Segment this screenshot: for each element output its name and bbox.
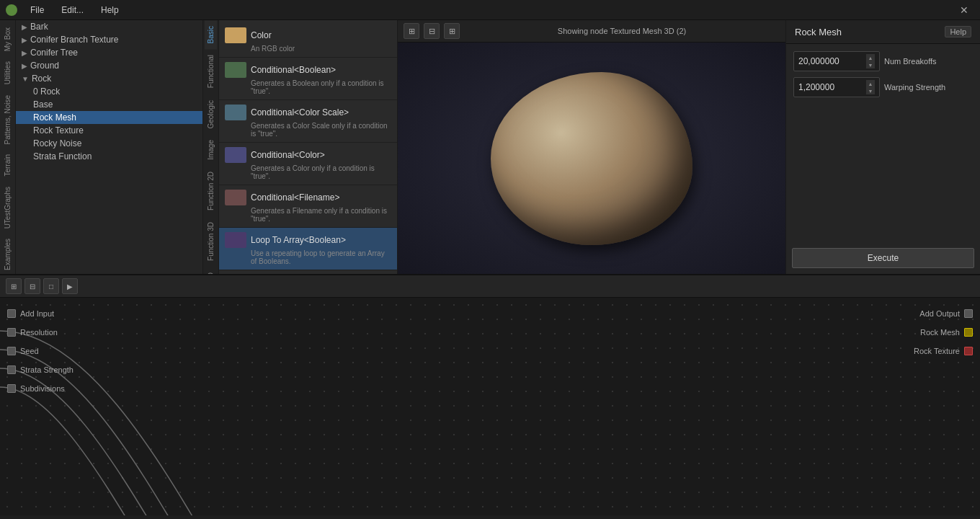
vp-btn-grid2[interactable]: ⊟ [424, 23, 440, 39]
tree-label-rock: Rock [32, 74, 51, 84]
node-lib-title-cond-bool: Conditional<Boolean> [251, 65, 336, 75]
node-lib-title-cond-colorscale: Conditional<Color Scale> [251, 107, 349, 117]
rock-3d-preview [491, 72, 692, 245]
output-rock-mesh[interactable]: Rock Mesh [920, 328, 973, 337]
input-add-input[interactable]: Add Input [7, 309, 54, 318]
execute-button[interactable]: Execute [792, 248, 974, 268]
input-connector-add [7, 309, 16, 318]
ne-tool-box[interactable]: □ [43, 278, 59, 294]
app-icon [6, 4, 17, 16]
node-lib-swatch-loop-array-bool [225, 232, 246, 248]
node-lib-item-cond-bool[interactable]: Conditional<Boolean> Generates a Boolean… [219, 58, 397, 100]
props-body: 20,000000 ▲ ▼ Num Breakoffs 1,200000 ▲ ▼ [786, 44, 980, 242]
node-lib-swatch-cond-color [225, 147, 246, 163]
tree-item-rock-mesh[interactable]: Rock Mesh [16, 111, 202, 124]
tree-item-rock-texture[interactable]: Rock Texture [16, 124, 202, 137]
node-lib-desc-cond-color: Generates a Color only if a condition is… [225, 164, 391, 180]
prop-spin-down-num-breakoffs[interactable]: ▼ [866, 61, 875, 68]
tree-label-rock-texture: Rock Texture [33, 125, 84, 136]
input-label-subdivisions: Subdivisions [20, 384, 65, 393]
sidebar-tab-utestgraphs[interactable]: UTestGraphs [2, 182, 13, 233]
tree-arrow-conifer-tree: ▶ [22, 49, 27, 57]
sidebar-tab-mybox[interactable]: My Box [2, 23, 13, 56]
prop-spin-down-warping-strength[interactable]: ▼ [866, 87, 875, 94]
props-help-button[interactable]: Help [945, 26, 971, 37]
prop-label-num-breakoffs: Num Breakoffs [884, 57, 937, 66]
tree-item-rock[interactable]: ▼ Rock [16, 72, 202, 85]
prop-input-warping-strength[interactable]: 1,200000 ▲ ▼ [793, 77, 880, 97]
sidebar-tab-patterns[interactable]: Patterns, Noise [2, 91, 13, 148]
close-button[interactable]: ✕ [954, 0, 974, 20]
node-lib-item-cond-color[interactable]: Conditional<Color> Generates a Color onl… [219, 143, 397, 185]
sidebar-tab-terrain[interactable]: Terrain [2, 150, 13, 181]
prop-input-num-breakoffs[interactable]: 20,000000 ▲ ▼ [793, 51, 880, 71]
tree-item-ground[interactable]: ▶ Ground [16, 59, 202, 72]
node-lib-title-loop-array-bool: Loop To Array<Boolean> [251, 235, 346, 245]
tree-arrow-bark: ▶ [22, 23, 27, 31]
vlib-tab-basic[interactable]: Basic [205, 20, 217, 49]
node-lib-title-color: Color [251, 30, 272, 40]
viewport: ⊞ ⊟ ⊞ Showing node Textured Mesh 3D (2) [398, 20, 785, 274]
tree-item-strata-function[interactable]: Strata Function [16, 150, 202, 163]
output-label-rock-texture: Rock Texture [914, 347, 960, 355]
tree-label-strata-function: Strata Function [33, 151, 92, 161]
menu-edit[interactable]: Edit... [57, 4, 88, 17]
vlib-tab-functional[interactable]: Functional [205, 49, 217, 94]
vp-btn-grid3[interactable]: ⊞ [444, 23, 460, 39]
tree-label-conifer-tree: Conifer Tree [30, 48, 78, 58]
vlib-tab-function3d[interactable]: Function 3D [205, 216, 217, 267]
node-lib-desc-cond-bool: Generates a Boolean only if a condition … [225, 79, 391, 95]
tree-item-bark[interactable]: ▶ Bark [16, 20, 202, 33]
node-lib-item-cond-filename[interactable]: Conditional<Filename> Generates a Filena… [219, 185, 397, 228]
prop-spin-up-warping-strength[interactable]: ▲ [866, 80, 875, 87]
node-lib-title-cond-color: Conditional<Color> [251, 150, 325, 160]
vlib-tab-image[interactable]: Image [205, 134, 217, 166]
vp-btn-grid1[interactable]: ⊞ [404, 23, 419, 39]
input-label-add-input: Add Input [20, 309, 54, 318]
input-strata-strength[interactable]: Strata Strength [7, 365, 74, 374]
ne-tool-list[interactable]: ⊟ [24, 278, 40, 294]
output-label-rock-mesh: Rock Mesh [920, 328, 960, 337]
tree-label-base: Base [33, 99, 53, 110]
menu-help[interactable]: Help [97, 4, 123, 17]
tree-item-conifer-branch[interactable]: ▶ Conifer Branch Texture [16, 33, 202, 46]
node-lib-item-loop-array-bool[interactable]: Loop To Array<Boolean> Use a repeating l… [219, 228, 397, 270]
node-lib-swatch-cond-bool [225, 62, 246, 78]
sidebar-tab-examples[interactable]: Examples [2, 234, 13, 275]
prop-spin-up-num-breakoffs[interactable]: ▲ [866, 54, 875, 61]
node-lib-item-color[interactable]: Color An RGB color [219, 23, 397, 58]
node-canvas[interactable]: Add Input Resolution Seed Strata Strengt… [0, 298, 980, 515]
sidebar-tab-utilities[interactable]: Utilities [2, 57, 13, 89]
input-subdivisions[interactable]: Subdivisions [7, 384, 65, 393]
tree-label-bark: Bark [30, 22, 48, 32]
node-lib-swatch-cond-colorscale [225, 105, 246, 120]
left-sidebar: My Box Utilities Patterns, Noise Terrain… [0, 20, 16, 274]
properties-panel: Rock Mesh Help 20,000000 ▲ ▼ Num Breakof… [785, 20, 980, 274]
prop-row-num-breakoffs: 20,000000 ▲ ▼ Num Breakoffs [793, 51, 973, 71]
ne-tool-play[interactable]: ▶ [62, 278, 78, 294]
input-resolution[interactable]: Resolution [7, 328, 58, 337]
tree-item-rocky-noise[interactable]: Rocky Noise [16, 137, 202, 150]
vlib-tab-geologic[interactable]: Geologic [205, 94, 217, 134]
viewport-title: Showing node Textured Mesh 3D (2) [464, 27, 780, 35]
input-seed[interactable]: Seed [7, 347, 39, 355]
vlib-tab-function2d[interactable]: Function 2D [205, 166, 217, 216]
tree-item-base[interactable]: Base [16, 98, 202, 111]
input-connector-resolution [7, 328, 16, 337]
output-rock-texture[interactable]: Rock Texture [914, 347, 973, 355]
prop-spin-warping-strength[interactable]: ▲ ▼ [866, 80, 875, 94]
node-lib-content: Color An RGB color Conditional<Boolean> … [219, 20, 397, 274]
node-lib-item-cond-colorscale[interactable]: Conditional<Color Scale> Generates a Col… [219, 100, 397, 143]
node-lib-desc-cond-colorscale: Generates a Color Scale only if a condit… [225, 122, 391, 138]
props-header: Rock Mesh Help [786, 20, 980, 44]
output-add-output[interactable]: Add Output [919, 309, 973, 318]
output-connector-add [964, 309, 973, 318]
prop-spin-num-breakoffs[interactable]: ▲ ▼ [866, 54, 875, 68]
menu-file[interactable]: File [26, 4, 48, 17]
tree-item-conifer-tree[interactable]: ▶ Conifer Tree [16, 46, 202, 59]
viewport-3d[interactable] [398, 43, 785, 274]
tree-item-0rock[interactable]: 0 Rock [16, 85, 202, 98]
main-layout: My Box Utilities Patterns, Noise Terrain… [0, 20, 980, 274]
ne-tool-grid[interactable]: ⊞ [6, 278, 22, 294]
node-lib-title-cond-filename: Conditional<Filename> [251, 192, 339, 203]
